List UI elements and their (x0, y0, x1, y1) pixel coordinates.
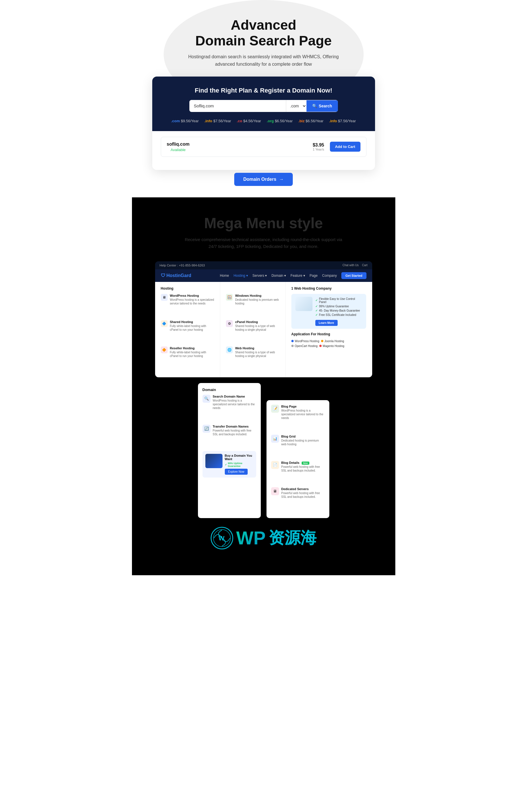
nav-page[interactable]: Page (310, 274, 318, 278)
tld-item-info2: .info $7.56/Year (329, 119, 356, 123)
menu-item-web: 🌐 Web Hosting Shared hosting is a type o… (226, 346, 280, 369)
tld-select[interactable]: .com .net .org .info (286, 100, 307, 112)
menu-item-cpanel: ⚙ cPanel Hosting Shared hosting is a typ… (226, 320, 280, 343)
result-price: $3.95 (313, 143, 324, 148)
result-price-section: $3.95 1 Year/s (313, 143, 324, 151)
mega-title: Mega Menu style (143, 215, 384, 232)
search-icon: 🔍 (312, 104, 317, 108)
panel-item-dedicated: 🖥 Dedicated Servers Powerful web hosting… (271, 487, 325, 510)
item-title: Windows Hosting (235, 294, 280, 297)
domain-orders-button[interactable]: Domain Orders → (234, 173, 293, 186)
svg-text:W: W (219, 535, 224, 542)
item-title: cPanel Hosting (235, 320, 280, 323)
new-badge: New (302, 462, 309, 465)
nav-company[interactable]: Company (322, 274, 337, 278)
buy-domain-widget: Buy a Domain You Want ✓ 99% Uptime Guara… (203, 451, 256, 478)
blog-page-icon: 📝 (271, 405, 279, 413)
nav-feature[interactable]: Feature ▾ (291, 274, 305, 278)
mega-col-hosting: Hosting 🖥 WordPress Hosting WordPress ho… (155, 282, 220, 377)
cpanel-icon: ⚙ (226, 320, 233, 327)
tld-item-info: .info $7.56/Year (205, 119, 231, 123)
domain-panel: Domain 🔍 Search Domain Name WordPress ho… (198, 383, 261, 518)
app-links: WordPress Hosting Joomla Hosting OpenCar… (291, 339, 366, 348)
search-button[interactable]: 🔍 Search (307, 100, 338, 112)
app-title: Application For Hosting (291, 332, 366, 336)
panel-item-search-domain: 🔍 Search Domain Name WordPress hosting i… (203, 395, 256, 421)
app-joomla: Joomla Hosting (321, 339, 344, 343)
mega-col-2: . 🪟 Windows Hosting Dedicated hosting is… (220, 282, 286, 377)
result-status: Available (167, 148, 190, 152)
nav-home[interactable]: Home (220, 274, 229, 278)
item-desc: Shared hosting is a type of web hosting … (235, 324, 280, 332)
panel-desc: Powerful web hosting with free SSL and b… (281, 465, 325, 473)
panel-desc: Powerful web hosting with free SSL and b… (281, 491, 325, 499)
domain-panel-title: Domain (203, 388, 256, 392)
mega-dropdown: Hosting 🖥 WordPress Hosting WordPress ho… (155, 282, 372, 377)
app-magento: Magento Hosting (319, 345, 345, 348)
arrow-icon: → (279, 177, 284, 182)
wordpress-icon: 🖥 (161, 294, 168, 301)
domain-search-card: Find the Right Plan & Register a Domain … (152, 76, 375, 170)
mega-subtitle: Receive comprehensive technical assistan… (184, 236, 343, 250)
logo-icon: 🛡 (161, 273, 165, 278)
wp-watermark: W WP 资源海 (143, 518, 384, 558)
result-domain: sofliq.com (167, 142, 190, 147)
chat-text: Chat with Us (342, 264, 359, 267)
panel-item-title: Search Domain Name (213, 395, 256, 398)
item-desc: Fully white-label hosting with cPanel to… (170, 350, 215, 358)
dedicated-icon: 🖥 (271, 487, 279, 495)
card-title: Find the Right Plan & Register a Domain … (164, 87, 364, 94)
promo-title: 1 Web Hosting Company (291, 287, 366, 290)
feature-2: 99% Uptime Guarantee (315, 304, 363, 308)
nav-row: 🛡 HostinGard Home Hosting ▾ Servers ▾ Do… (155, 269, 372, 282)
menu-item-wordpress: 🖥 WordPress Hosting WordPress hosting is… (161, 294, 215, 317)
panel-title: Blog Details New (281, 461, 325, 464)
logo-text: HostinGard (166, 273, 191, 278)
menu-item-reseller: 🔶 Reseller Hosting Fully white-label hos… (161, 346, 215, 369)
wp-chinese-text: 资源海 (268, 527, 317, 549)
domain-input[interactable] (189, 100, 286, 112)
panel-item-title: Transfer Domain Names (213, 425, 256, 428)
panel-item-desc: Powerful web hosting with free SSL and b… (213, 429, 256, 436)
mega-menu-section: Mega Menu style Receive comprehensive te… (132, 197, 395, 575)
hero-title: Advanced Domain Search Page (143, 17, 384, 48)
chat-cart: Chat with Us Cart (342, 264, 368, 267)
item-desc: WordPress hosting is a specialized servi… (170, 298, 215, 305)
app-opencart: OpenCart Hosting (291, 345, 318, 348)
panel-title: Blog Grid (281, 435, 325, 438)
item-title: WordPress Hosting (170, 294, 215, 297)
panel-item-blog-details: 📄 Blog Details New Powerful web hosting … (271, 461, 325, 484)
buy-widget-title: Buy a Domain You Want (225, 454, 253, 461)
domain-orders-wrapper: Domain Orders → (143, 173, 384, 186)
reseller-icon: 🔶 (161, 346, 168, 353)
explore-button[interactable]: Explore Now (225, 469, 248, 475)
get-started-button[interactable]: Get Started (341, 272, 366, 279)
add-to-cart-button[interactable]: Add to Cart (330, 142, 361, 152)
domain-search-bar: .com .net .org .info 🔍 Search (189, 100, 338, 112)
nav-domain[interactable]: Domain ▾ (272, 274, 286, 278)
browser-bar: Help Center : +91-855-984-6263 Chat with… (155, 261, 372, 269)
menu-item-windows: 🪟 Windows Hosting Dedicated hosting is p… (226, 294, 280, 317)
nav-hosting[interactable]: Hosting ▾ (234, 274, 248, 278)
result-period: 1 Year/s (313, 148, 324, 151)
nav-servers[interactable]: Servers ▾ (252, 274, 267, 278)
feature-1: Flexible Easy to Use Control Panel (315, 297, 363, 304)
windows-icon: 🪟 (226, 294, 233, 301)
check-icon: ✓ (225, 463, 227, 466)
mega-col-promo: 1 Web Hosting Company Flexible Easy to U… (286, 282, 372, 377)
shared-icon: 🔷 (161, 320, 168, 327)
transfer-icon: 🔄 (203, 425, 210, 433)
panel-item-desc: WordPress hosting is a specialized servi… (213, 399, 256, 410)
learn-more-button[interactable]: Learn More (315, 320, 338, 326)
mock-browser: Help Center : +91-855-984-6263 Chat with… (155, 261, 372, 377)
panel-item-transfer: 🔄 Transfer Domain Names Powerful web hos… (203, 425, 256, 448)
feature-list: Flexible Easy to Use Control Panel 99% U… (315, 297, 363, 317)
domain-result-row: sofliq.com Available $3.95 1 Year/s Add … (161, 137, 366, 157)
card-body: sofliq.com Available $3.95 1 Year/s Add … (152, 131, 375, 170)
nav-logo: 🛡 HostinGard (161, 273, 191, 278)
item-title: Shared Hosting (170, 320, 215, 323)
col1-title: Hosting (161, 287, 215, 290)
tld-item-biz: .biz $6.56/Year (298, 119, 324, 123)
panel-desc: Dedicated hosting is premium web hosting (281, 439, 325, 446)
blog-grid-icon: 📊 (271, 435, 279, 443)
